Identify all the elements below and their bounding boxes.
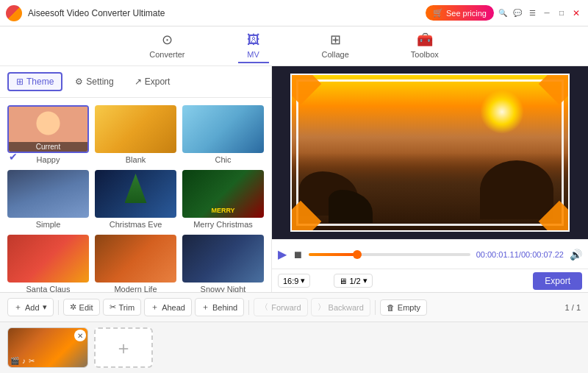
volume-icon[interactable]: 🔊 xyxy=(570,249,582,260)
trash-icon: 🗑 xyxy=(387,303,395,312)
theme-grid-icon: ⊞ xyxy=(16,77,24,87)
time-display: 00:00:01.11/00:00:07.22 xyxy=(476,250,564,259)
theme-thumb-snowy-night xyxy=(182,235,264,283)
aspect-ratio-select[interactable]: 16:9 ▾ xyxy=(278,274,310,288)
bottom-toolbar: ＋ Add ▾ ✲ Edit ✂ Trim ＋ Ahead ＋ Behind 〈… xyxy=(0,292,588,322)
progress-fill xyxy=(309,253,357,256)
theme-thumb-christmas-eve xyxy=(95,170,176,218)
chat-button[interactable]: 💬 xyxy=(512,7,523,19)
add-dropdown-icon: ▾ xyxy=(43,302,47,312)
progress-thumb xyxy=(353,250,362,259)
main-nav: ⊙ Converter 🖼 MV ⊞ Collage 🧰 Toolbox xyxy=(0,26,588,66)
play-button[interactable]: ▶ xyxy=(278,247,287,261)
behind-button[interactable]: ＋ Behind xyxy=(195,298,244,316)
ahead-button[interactable]: ＋ Ahead xyxy=(144,298,192,316)
separator-3 xyxy=(375,300,376,315)
search-button[interactable]: 🔍 xyxy=(497,7,509,19)
clip-icons: 🎬 ♪ ✂ xyxy=(10,357,35,365)
preview-area xyxy=(290,74,570,232)
chevron-down-icon-2: ▾ xyxy=(363,276,368,285)
theme-thumb-merry-christmas: MERRY xyxy=(182,170,264,218)
selected-check-icon: ✔ xyxy=(9,151,18,163)
title-bar: Aiseesoft Video Converter Ultimate 🛒 See… xyxy=(0,0,588,26)
close-button[interactable]: ✕ xyxy=(570,7,582,19)
title-bar-actions: 🛒 See pricing 🔍 💬 ☰ ─ □ ✕ xyxy=(426,5,582,21)
playback-controls: ▶ ⏹ 00:00:01.11/00:00:07.22 🔊 xyxy=(272,239,588,269)
clip-music-icon: ♪ xyxy=(22,357,26,365)
add-button[interactable]: ＋ Add ▾ xyxy=(7,298,54,316)
collage-icon: ⊞ xyxy=(330,32,341,48)
clip-close-button[interactable]: ✕ xyxy=(74,330,86,341)
theme-happy[interactable]: Current ✔ Happy xyxy=(7,105,89,164)
preview-container xyxy=(272,66,588,239)
setting-icon: ⚙ xyxy=(75,77,83,87)
cart-icon: 🛒 xyxy=(433,8,443,18)
theme-merry-christmas[interactable]: MERRY Merry Christmas xyxy=(182,170,264,229)
theme-thumb-happy: Current xyxy=(7,105,89,153)
theme-blank[interactable]: Blank xyxy=(95,105,176,164)
edit-icon: ✲ xyxy=(70,302,76,312)
page-indicator: 1 / 1 xyxy=(565,303,581,312)
theme-thumb-blank xyxy=(95,105,176,153)
theme-simple[interactable]: Simple xyxy=(7,170,89,229)
add-clip-button[interactable]: ＋ xyxy=(94,327,153,368)
clip-video-icon: 🎬 xyxy=(10,357,19,365)
right-panel: ▶ ⏹ 00:00:01.11/00:00:07.22 🔊 16:9 ▾ xyxy=(272,66,588,292)
theme-chic[interactable]: Chic xyxy=(182,105,264,164)
timeline-clip-1[interactable]: ✕ 🎬 ♪ ✂ xyxy=(7,327,88,368)
toolbox-icon: 🧰 xyxy=(417,32,433,48)
tab-converter[interactable]: ⊙ Converter xyxy=(140,29,193,63)
separator-2 xyxy=(248,300,249,315)
behind-icon: ＋ xyxy=(201,302,209,313)
theme-santa-claus[interactable]: Santa Claus xyxy=(7,235,89,292)
preview-panel: ▶ ⏹ 00:00:01.11/00:00:07.22 🔊 16:9 ▾ xyxy=(272,66,588,292)
plus-icon: ＋ xyxy=(14,302,22,313)
content-area: ⊞ Theme ⚙ Setting ↗ Export Current ✔ Ha xyxy=(0,66,588,292)
tab-mv[interactable]: 🖼 MV xyxy=(238,29,269,63)
backward-button[interactable]: 〉 Backward xyxy=(311,298,370,316)
see-pricing-button[interactable]: 🛒 See pricing xyxy=(426,5,494,21)
subtab-setting[interactable]: ⚙ Setting xyxy=(67,73,121,90)
app-title: Aiseesoft Video Converter Ultimate xyxy=(28,8,426,18)
timeline-area: ✕ 🎬 ♪ ✂ ＋ xyxy=(0,322,588,373)
theme-thumb-simple xyxy=(7,170,89,218)
clip-scissors-icon: ✂ xyxy=(29,357,35,365)
stop-button[interactable]: ⏹ xyxy=(293,249,303,260)
playback-options: 16:9 ▾ 🖥 1/2 ▾ Export xyxy=(272,269,588,292)
add-clip-plus-icon: ＋ xyxy=(115,336,132,360)
theme-snowy-night[interactable]: Snowy Night xyxy=(182,235,264,292)
export-button[interactable]: Export xyxy=(533,272,582,290)
converter-icon: ⊙ xyxy=(162,32,173,48)
trim-button[interactable]: ✂ Trim xyxy=(103,299,142,316)
ahead-icon: ＋ xyxy=(151,302,159,313)
theme-thumb-modern-life xyxy=(95,235,176,283)
edit-button[interactable]: ✲ Edit xyxy=(63,299,100,316)
menu-button[interactable]: ☰ xyxy=(526,7,538,19)
backward-icon: 〉 xyxy=(318,302,326,313)
preview-image xyxy=(292,75,568,230)
sub-tabs: ⊞ Theme ⚙ Setting ↗ Export xyxy=(0,66,271,98)
subtab-theme[interactable]: ⊞ Theme xyxy=(7,72,62,91)
theme-grid: Current ✔ Happy Blank Chic xyxy=(0,98,271,292)
chevron-down-icon: ▾ xyxy=(301,276,305,285)
forward-button[interactable]: 〈 Forward xyxy=(254,298,307,316)
minimize-button[interactable]: ─ xyxy=(541,7,553,19)
mv-icon: 🖼 xyxy=(247,32,260,48)
app-logo xyxy=(6,5,22,21)
tab-toolbox[interactable]: 🧰 Toolbox xyxy=(402,29,448,63)
monitor-icon: 🖥 xyxy=(339,277,347,285)
subtab-export[interactable]: ↗ Export xyxy=(126,73,179,90)
current-badge: Current xyxy=(9,142,87,152)
trim-icon: ✂ xyxy=(110,302,116,312)
quality-select[interactable]: 🖥 1/2 ▾ xyxy=(334,274,372,288)
left-panel: ⊞ Theme ⚙ Setting ↗ Export Current ✔ Ha xyxy=(0,66,272,292)
forward-icon: 〈 xyxy=(260,302,268,313)
empty-button[interactable]: 🗑 Empty xyxy=(380,299,427,316)
tab-collage[interactable]: ⊞ Collage xyxy=(313,29,358,63)
maximize-button[interactable]: □ xyxy=(556,7,567,19)
theme-modern-life[interactable]: Modern Life xyxy=(95,235,176,292)
progress-bar[interactable] xyxy=(309,253,470,256)
theme-thumb-chic xyxy=(182,105,264,153)
theme-christmas-eve[interactable]: Christmas Eve xyxy=(95,170,176,229)
theme-thumb-santa-claus xyxy=(7,235,89,283)
